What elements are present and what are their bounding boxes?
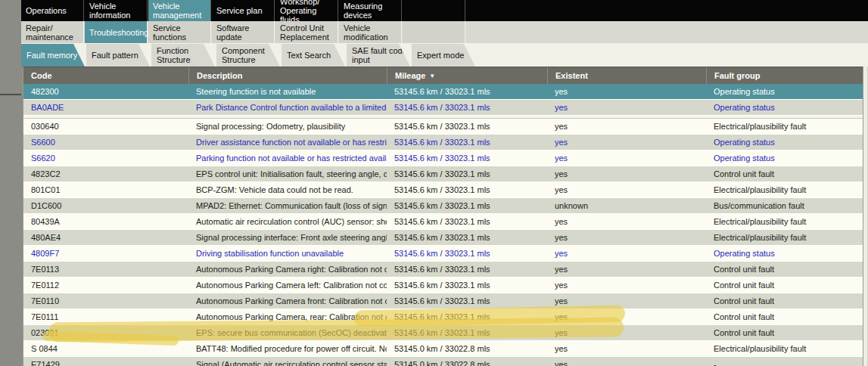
cell-fault-group: Electrical/plausibility fault [706, 182, 863, 197]
menu-item-repair-maintenance[interactable]: Repair/ maintenance [21, 21, 84, 43]
menu-item-vehicle-management[interactable]: Vehicle management [148, 0, 211, 21]
cell-existent: yes [547, 100, 706, 115]
cell-fault-group: Control unit fault [706, 309, 863, 324]
menu-item-troubleshooting[interactable]: Troubleshooting [85, 21, 148, 43]
cell-existent: yes [547, 341, 706, 356]
column-header-description[interactable]: Description [188, 67, 387, 84]
cell-description: Driver assistance function not available… [188, 135, 387, 150]
tab-fault-memory[interactable]: Fault memory [21, 44, 85, 67]
table-row[interactable]: 480AE4 Signal processing interface: Fron… [23, 230, 863, 246]
cell-fault-group: Electrical/plausibility fault [706, 214, 863, 229]
cell-code: 7E0113 [23, 262, 188, 277]
column-header-mileage[interactable]: Mileage ▼ [387, 67, 547, 84]
table-row[interactable]: 801C01 BCP-ZGM: Vehicle data could not b… [23, 182, 863, 198]
menu-item-software-update[interactable]: Software update [212, 21, 275, 43]
cell-code: D1C600 [23, 198, 188, 213]
cell-existent: yes [547, 135, 706, 150]
table-row[interactable]: 7E0113 Autonomous Parking Camera right: … [23, 262, 863, 278]
main-menu-bar: Operations Vehicle information Vehicle m… [21, 0, 868, 21]
cell-mileage: 53145.6 km / 33023.1 mls [387, 230, 547, 245]
table-row[interactable]: BA0ADE Park Distance Control function av… [23, 100, 863, 116]
menu-item-service-plan[interactable]: Service plan [212, 0, 275, 21]
cell-description: BATT48: Modified procedure for power off… [188, 341, 387, 356]
cell-existent: yes [547, 246, 706, 261]
table-row[interactable]: S6620 Parking function not available or … [23, 150, 863, 166]
cell-description: Automatic air recirculation control (AUC… [188, 214, 387, 229]
cell-mileage: 53145.6 km / 33023.1 mls [387, 84, 547, 99]
column-header-existent[interactable]: Existent [547, 67, 706, 84]
diagnostic-app: Operations Vehicle information Vehicle m… [21, 0, 868, 366]
cell-code: 80439A [23, 214, 188, 229]
table-row[interactable]: 4809F7 Driving stabilisation function un… [23, 246, 863, 262]
table-row[interactable]: 7E0112 Autonomous Parking Camera left: C… [23, 278, 863, 293]
cell-fault-group: Electrical/plausibility fault [706, 341, 863, 356]
table-body: 482300 Steering function is not availabl… [23, 84, 863, 366]
cell-description: Autonomous Parking Camera, rear: Calibra… [188, 309, 387, 324]
cell-code: 801C01 [23, 182, 188, 197]
cell-existent: unknown [547, 198, 706, 213]
table-row[interactable]: 023091 EPS: secure bus communication (Se… [23, 325, 863, 341]
table-row[interactable]: E71429 Signal (Automatic air recirculati… [23, 357, 863, 366]
table-row[interactable]: 7E0111 Autonomous Parking Camera, rear: … [23, 309, 863, 325]
cell-code: 7E0112 [23, 278, 188, 293]
cell-description: Parking function not available or has re… [188, 150, 387, 166]
table-row[interactable]: S 0844 BATT48: Modified procedure for po… [23, 341, 863, 357]
table-row[interactable]: 7E0110 Autonomous Parking Camera front: … [23, 293, 863, 309]
tab-fault-pattern[interactable]: Fault pattern [86, 44, 150, 67]
table-row[interactable]: S6600 Driver assistance function not ava… [23, 135, 863, 150]
cell-mileage: 53145.6 km / 33023.1 mls [387, 309, 547, 324]
column-header-mileage-label: Mileage [395, 71, 425, 80]
cell-code: S6600 [23, 135, 188, 150]
table-row[interactable]: 4823C2 EPS control unit: Initialisation … [23, 166, 863, 182]
sort-desc-icon: ▼ [429, 73, 435, 79]
tab-sae-fault-code-input[interactable]: SAE fault code input [347, 44, 410, 67]
column-header-fault-group[interactable]: Fault group [706, 67, 863, 84]
cell-mileage: 53145.6 km / 33023.1 mls [387, 214, 547, 229]
cell-description: Driving stabilisation function unavailab… [188, 246, 387, 261]
cell-code: S6620 [23, 150, 188, 166]
cell-existent: yes [547, 262, 706, 277]
sub-menu-bar: Repair/ maintenance Troubleshooting Serv… [21, 21, 868, 43]
menu-item-service-functions[interactable]: Service functions [148, 21, 211, 43]
cell-existent: yes [547, 166, 706, 181]
menu-item-operations[interactable]: Operations [21, 0, 84, 21]
table-row[interactable]: 80439A Automatic air recirculation contr… [23, 214, 863, 230]
cell-code: 4809F7 [23, 246, 188, 261]
table-row[interactable]: 030640 Signal processing: Odometry, plau… [23, 119, 863, 135]
cell-existent: yes [547, 357, 706, 366]
cell-code: 030640 [23, 119, 188, 134]
tab-bar: Fault memory Fault pattern Function Stru… [21, 43, 868, 67]
menu-item-workshop-operating-fluids[interactable]: Workshop/ Operating fluids [275, 0, 338, 21]
cell-fault-group: Control unit fault [706, 166, 863, 181]
vertical-scrollbar[interactable] [863, 67, 868, 366]
cell-fault-group: Control unit fault [706, 293, 863, 309]
cell-code: BA0ADE [23, 100, 188, 115]
cell-code: 023091 [23, 325, 188, 340]
cell-fault-group: Electrical/plausibility fault [706, 230, 863, 245]
cell-mileage: 53145.0 km / 33022.8 mls [387, 357, 547, 366]
menu-item-control-unit-replacement[interactable]: Control Unit Replacement [275, 21, 338, 43]
table-row[interactable]: D1C600 MPAD2: Ethernet: Communication fa… [23, 198, 863, 214]
menu-item-empty-2 [466, 0, 529, 21]
cell-description: EPS control unit: Initialisation fault, … [188, 166, 387, 181]
cell-existent: yes [547, 230, 706, 245]
tab-function-structure[interactable]: Function Structure [151, 44, 215, 67]
menu-item-vehicle-information[interactable]: Vehicle information [85, 0, 148, 21]
cell-existent: yes [547, 293, 706, 309]
tab-expert-mode[interactable]: Expert mode [412, 44, 475, 67]
cell-existent: yes [547, 309, 706, 324]
cell-fault-group: Control unit fault [706, 325, 863, 340]
menu-item-vehicle-modification[interactable]: Vehicle modification [339, 21, 402, 43]
cell-description: Autonomous Parking Camera right: Calibra… [188, 262, 387, 277]
column-header-code[interactable]: Code [23, 67, 188, 84]
tab-text-search[interactable]: Text Search [282, 44, 345, 67]
cell-mileage: 53145.0 km / 33022.8 mls [387, 341, 547, 356]
cell-fault-group: Control unit fault [706, 262, 863, 277]
menu-item-empty-1 [403, 0, 465, 21]
cell-description: Steering function is not available [188, 84, 387, 99]
table-row[interactable]: 482300 Steering function is not availabl… [23, 84, 863, 100]
cell-description: Autonomous Parking Camera left: Calibrat… [188, 278, 387, 293]
tab-component-structure[interactable]: Component Structure [216, 44, 280, 67]
cell-mileage: 53145.6 km / 33023.1 mls [387, 262, 547, 277]
menu-item-measuring-devices[interactable]: Measuring devices [339, 0, 402, 21]
